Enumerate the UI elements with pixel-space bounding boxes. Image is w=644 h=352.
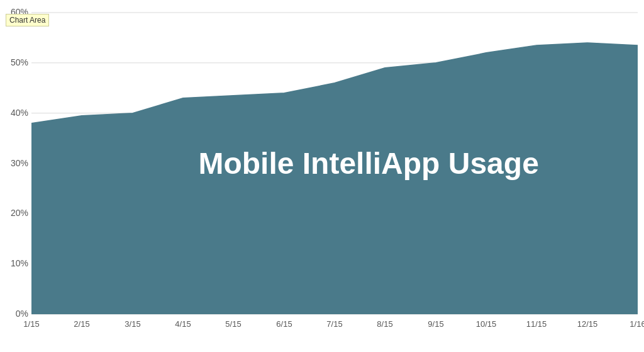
svg-text:7/15: 7/15: [326, 319, 342, 329]
svg-text:50%: 50%: [11, 57, 28, 67]
svg-text:30%: 30%: [11, 158, 28, 168]
svg-text:12/15: 12/15: [577, 319, 598, 329]
chart-container: Chart Area 60% 50% 40% 30% 20% 10% 0%: [0, 0, 644, 352]
svg-text:11/15: 11/15: [526, 319, 547, 329]
svg-text:4/15: 4/15: [175, 319, 191, 329]
chart-wrapper: 60% 50% 40% 30% 20% 10% 0% 1/15 2/15 3/1…: [31, 6, 638, 327]
svg-text:5/15: 5/15: [225, 319, 241, 329]
svg-text:6/15: 6/15: [276, 319, 292, 329]
svg-text:1/16: 1/16: [630, 319, 644, 329]
svg-text:20%: 20%: [11, 208, 28, 218]
svg-text:9/15: 9/15: [428, 319, 443, 329]
svg-text:40%: 40%: [11, 108, 28, 118]
chart-area-tooltip: Chart Area: [6, 14, 49, 26]
svg-text:3/15: 3/15: [125, 319, 140, 329]
svg-text:10/15: 10/15: [476, 319, 497, 329]
svg-text:2/15: 2/15: [74, 319, 89, 329]
svg-text:10%: 10%: [11, 258, 28, 268]
svg-text:8/15: 8/15: [377, 319, 392, 329]
svg-text:0%: 0%: [16, 309, 28, 319]
chart-svg: 60% 50% 40% 30% 20% 10% 0% 1/15 2/15 3/1…: [31, 6, 638, 327]
svg-text:1/15: 1/15: [23, 319, 39, 329]
chart-area-fill: [31, 43, 638, 314]
